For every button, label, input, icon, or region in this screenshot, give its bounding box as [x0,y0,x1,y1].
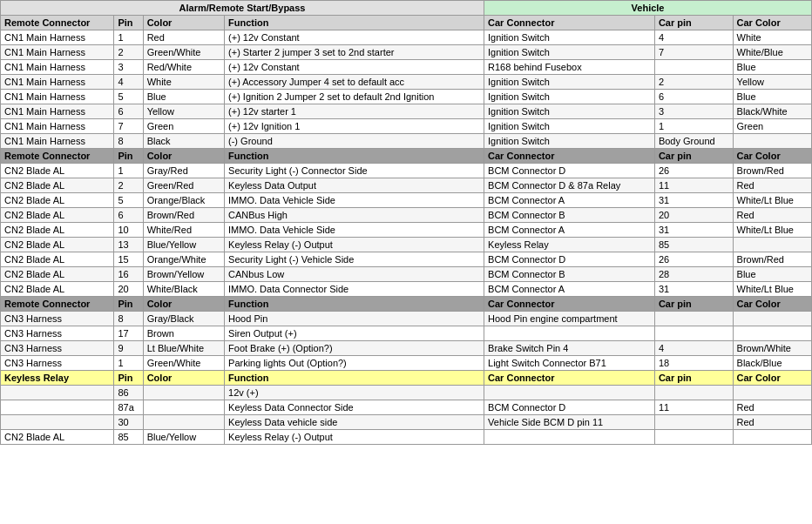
table-cell-car_pin [654,415,733,430]
table-cell-car_pin: 11 [654,400,733,415]
table-cell-pin: 8 [114,312,143,326]
table-cell-car_pin: Body Ground [654,134,733,149]
table-cell-car_color: Blue [733,267,811,282]
table-cell-car_connector: BCM Connector B [484,267,655,282]
table-cell-car_color: Brown/White [733,341,811,356]
table-cell-car_color: Yellow [733,75,811,90]
table-cell-function: Hood Pin [225,312,484,326]
table-cell-rc: CN1 Main Harness [1,75,114,90]
table-cell-color: White [143,75,224,90]
table-row: CN2 Blade AL1Gray/RedSecurity Light (-) … [1,164,812,178]
table-cell-pin: 6 [114,104,143,119]
table-cell-function: CANbus Low [225,267,484,282]
table-cell-car_color [733,312,811,326]
table-row: CN3 Harness1Green/WhiteParking lights Ou… [1,356,812,371]
table-cell-color: Gray/Red [143,164,224,178]
table-cell-car_color: White/Lt Blue [733,193,811,208]
table-cell-color: Green/White [143,45,224,60]
table-cell-function: IMMO. Data Vehicle Side [225,193,484,208]
table-row: CN1 Main Harness7Green(+) 12v Ignition 1… [1,119,812,134]
keyless-header-cell: Car pin [654,371,733,386]
table-cell-rc: CN3 Harness [1,356,114,371]
table-cell-pin: 2 [114,45,143,60]
table-cell-color: Orange/White [143,252,224,267]
table-cell-function: (+) Ignition 2 Jumper 2 set to default 2… [225,90,484,104]
table-cell-rc: CN2 Blade AL [1,164,114,178]
table-cell-pin: 30 [114,415,143,430]
table-cell-color: White/Black [143,282,224,297]
table-cell-function: (+) Starter 2 jumper 3 set to 2nd starte… [225,45,484,60]
table-cell-rc: CN3 Harness [1,312,114,326]
table-row: CN2 Blade AL10White/RedIMMO. Data Vehicl… [1,223,812,238]
table-cell-car_color [733,430,811,445]
table-cell-function: CANBus High [225,208,484,223]
table-row: CN1 Main Harness4White(+) Accessory Jump… [1,75,812,90]
col-car-pin: Car pin [654,16,733,30]
table-row: CN1 Main Harness5Blue(+) Ignition 2 Jump… [1,90,812,104]
table-cell-car_color: Red [733,178,811,193]
table-cell-color: Brown/Yellow [143,267,224,282]
table-cell-function: Keyless Relay (-) Output [225,430,484,445]
table-cell-color: Blue/Yellow [143,238,224,252]
table-cell-car_pin: 11 [654,178,733,193]
table-cell-pin: 9 [114,341,143,356]
table-cell-car_connector: Light Switch Connector B71 [484,356,655,371]
table-cell-color: Gray/Black [143,312,224,326]
table-cell-car_connector: BCM Connector D & 87a Relay [484,178,655,193]
table-cell-pin: 86 [114,386,143,400]
table-cell-pin: 1 [114,356,143,371]
table-cell-car_connector: BCM Connector D [484,252,655,267]
table-cell-car_color: White/Blue [733,45,811,60]
table-cell-car_color [733,386,811,400]
section-header-cell: Pin [114,297,143,312]
table-cell-function: Parking lights Out (Option?) [225,356,484,371]
section-header-cell: Color [143,149,224,164]
alarm-header: Alarm/Remote Start/Bypass [1,1,484,16]
table-cell-rc: CN2 Blade AL [1,178,114,193]
table-cell-pin: 10 [114,223,143,238]
table-cell-function: Foot Brake (+) (Option?) [225,341,484,356]
table-cell-pin: 85 [114,430,143,445]
section-header-cell: Car Color [733,297,811,312]
table-cell-car_color: Red [733,415,811,430]
section-header-cell: Car Color [733,149,811,164]
table-cell-color: Blue [143,90,224,104]
table-cell-car_connector: Ignition Switch [484,75,655,90]
table-cell-car_color: Green [733,119,811,134]
table-row: CN2 Blade AL6Brown/RedCANBus HighBCM Con… [1,208,812,223]
table-cell-color: Blue/Yellow [143,430,224,445]
table-cell-car_pin: 31 [654,193,733,208]
col-function: Function [225,16,484,30]
section-header-cell: Car Connector [484,149,655,164]
table-cell-color: White/Red [143,223,224,238]
table-cell-car_pin [654,312,733,326]
table-cell-pin: 4 [114,75,143,90]
main-container: Alarm/Remote Start/Bypass Vehicle Remote… [0,0,812,445]
table-cell-car_connector: BCM Connector B [484,208,655,223]
table-cell-color: Green/Red [143,178,224,193]
table-cell-pin: 17 [114,326,143,341]
table-cell-function: IMMO. Data Connector Side [225,282,484,297]
col-color: Color [143,16,224,30]
section-header-cell: Remote Connector [1,149,114,164]
table-cell-car_connector: Ignition Switch [484,90,655,104]
table-cell-car_connector: R168 behind Fusebox [484,60,655,75]
table-cell-color: Lt Blue/White [143,341,224,356]
table-cell-function: Security Light (-) Connector Side [225,164,484,178]
table-cell-pin: 13 [114,238,143,252]
table-cell-rc: CN1 Main Harness [1,45,114,60]
table-cell-function: (-) Ground [225,134,484,149]
table-cell-rc [1,400,114,415]
table-cell-pin: 2 [114,178,143,193]
table-cell-rc: CN1 Main Harness [1,90,114,104]
table-row: CN1 Main Harness8Black(-) GroundIgnition… [1,134,812,149]
section-header-cell: Pin [114,149,143,164]
table-cell-car_pin: 31 [654,282,733,297]
col-pin: Pin [114,16,143,30]
table-cell-rc: CN3 Harness [1,341,114,356]
table-cell-car_pin: 3 [654,104,733,119]
table-cell-pin: 87a [114,400,143,415]
table-row: CN2 Blade AL15Orange/WhiteSecurity Light… [1,252,812,267]
table-cell-car_pin: 31 [654,223,733,238]
table-cell-car_connector: Vehicle Side BCM D pin 11 [484,415,655,430]
